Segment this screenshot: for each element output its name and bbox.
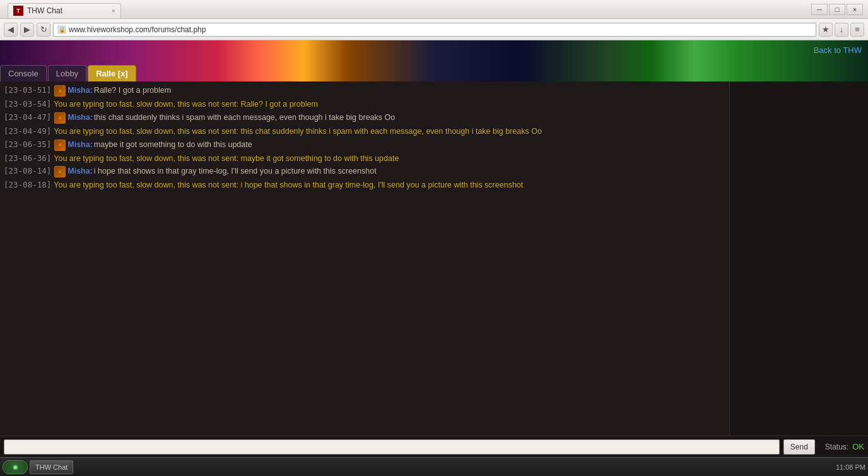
list-item: [23-08-18] You are typing too fast, slow… xyxy=(4,179,725,191)
chat-tabs: Console Lobby Ralle [x] xyxy=(0,40,868,81)
msg-text: You are typing too fast, slow down, this… xyxy=(54,98,318,110)
msg-time: [23-06-35] xyxy=(4,139,51,151)
msg-time: [23-04-49] xyxy=(4,126,51,138)
right-panel xyxy=(729,81,868,436)
msg-time: [23-08-18] xyxy=(4,179,51,191)
window-controls: ─ □ × xyxy=(811,4,863,15)
title-bar: T THW Chat × ─ □ × xyxy=(0,0,868,19)
list-item: [23-04-47] ⚔ Misha: this chat suddenly t… xyxy=(4,112,725,124)
bookmark-button[interactable]: ★ xyxy=(819,23,833,37)
taskbar-item-label: THW Chat xyxy=(35,463,67,471)
list-item: [23-06-35] ⚔ Misha: maybe it got somethi… xyxy=(4,139,725,152)
page-content: Back to THW Console Lobby Ralle [x] [23-… xyxy=(0,40,868,457)
msg-text: You are typing too fast, slow down, this… xyxy=(54,179,523,191)
start-button[interactable]: ◉ xyxy=(3,460,28,474)
taskbar-item-thw[interactable]: THW Chat xyxy=(30,460,73,474)
close-button[interactable]: × xyxy=(847,4,863,15)
msg-text: this chat suddenly thinks i spam with ea… xyxy=(94,112,395,124)
msg-sender: Misha: xyxy=(67,112,93,124)
chat-area: [23-03-51] ⚔ Misha: Ralle? I got a probl… xyxy=(0,81,729,436)
msg-time: [23-04-47] xyxy=(4,112,51,124)
back-button[interactable]: ◀ xyxy=(4,23,18,37)
nav-bar: ◀ ▶ ↻ 🔒 www.hiveworkshop.com/forums/chat… xyxy=(0,19,868,40)
msg-text: i hope that shows in that gray time-log,… xyxy=(94,165,377,177)
download-button[interactable]: ↓ xyxy=(835,23,848,37)
taskbar-right: 11:08 PM xyxy=(836,463,865,471)
start-icon: ◉ xyxy=(13,463,18,470)
msg-sender: Misha: xyxy=(67,139,93,151)
msg-text: You are typing too fast, slow down, this… xyxy=(54,153,399,165)
url-text: www.hiveworkshop.com/forums/chat.php xyxy=(69,25,206,34)
msg-time: [23-03-54] xyxy=(4,98,51,110)
forward-button[interactable]: ▶ xyxy=(20,23,34,37)
avatar: ⚔ xyxy=(54,165,66,178)
refresh-button[interactable]: ↻ xyxy=(37,23,50,37)
taskbar: ◉ THW Chat 11:08 PM xyxy=(0,457,868,476)
maximize-button[interactable]: □ xyxy=(829,4,845,15)
chat-main: [23-03-51] ⚔ Misha: Ralle? I got a probl… xyxy=(0,81,868,436)
list-item: [23-04-49] You are typing too fast, slow… xyxy=(4,126,725,138)
msg-time: [23-03-51] xyxy=(4,85,51,97)
avatar: ⚔ xyxy=(54,85,66,97)
tab-title: THW Chat xyxy=(27,6,62,15)
msg-time: [23-06-36] xyxy=(4,153,51,165)
list-item: [23-06-36] You are typing too fast, slow… xyxy=(4,153,725,165)
address-icon: 🔒 xyxy=(57,25,66,34)
msg-sender: Misha: xyxy=(67,85,93,97)
tab-console[interactable]: Console xyxy=(0,65,47,81)
bottom-bar: Send Status: OK xyxy=(0,436,868,457)
settings-button[interactable]: ≡ xyxy=(850,23,864,37)
tab-favicon: T xyxy=(13,6,23,16)
list-item: [23-08-14] ⚔ Misha: i hope that shows in… xyxy=(4,165,725,178)
browser-window: T THW Chat × ─ □ × ◀ ▶ ↻ 🔒 www.hiveworks… xyxy=(0,0,868,476)
tab-ralle[interactable]: Ralle [x] xyxy=(88,65,136,81)
tab-close-button[interactable]: × xyxy=(112,7,115,15)
msg-text: maybe it got something to do with this u… xyxy=(94,139,252,151)
list-item: [23-03-54] You are typing too fast, slow… xyxy=(4,98,725,110)
msg-text: You are typing too fast, slow down, this… xyxy=(54,126,542,138)
nav-right-buttons: ★ ↓ ≡ xyxy=(819,23,864,37)
minimize-button[interactable]: ─ xyxy=(811,4,828,15)
msg-sender: Misha: xyxy=(67,165,93,177)
status-value: OK xyxy=(852,442,864,451)
msg-time: [23-08-14] xyxy=(4,165,51,177)
msg-text: Ralle? I got a problem xyxy=(94,85,171,97)
status-label: Status: xyxy=(825,443,848,451)
avatar: ⚔ xyxy=(54,139,66,152)
tab-lobby[interactable]: Lobby xyxy=(48,65,86,81)
send-button[interactable]: Send xyxy=(783,439,815,455)
list-item: [23-03-51] ⚔ Misha: Ralle? I got a probl… xyxy=(4,85,725,97)
avatar: ⚔ xyxy=(54,112,66,124)
address-bar[interactable]: 🔒 www.hiveworkshop.com/forums/chat.php xyxy=(53,23,816,37)
browser-tab[interactable]: T THW Chat × xyxy=(8,3,121,18)
chat-input[interactable] xyxy=(4,439,780,455)
taskbar-clock: 11:08 PM xyxy=(836,463,865,471)
